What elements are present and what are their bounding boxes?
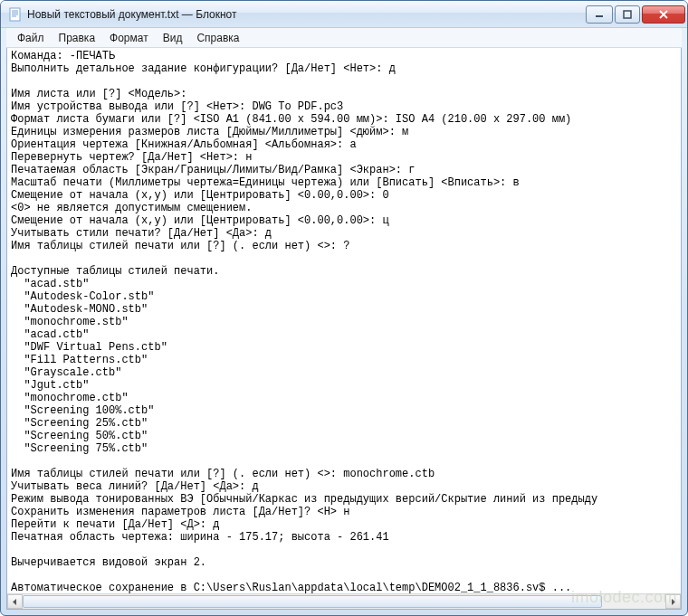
menu-file[interactable]: Файл	[10, 30, 52, 46]
window-controls	[584, 5, 685, 24]
notepad-window: Новый текстовый документ.txt — Блокнот Ф…	[0, 0, 688, 616]
scroll-left-button[interactable]	[7, 594, 23, 609]
menu-edit[interactable]: Правка	[52, 30, 103, 46]
maximize-button[interactable]	[615, 5, 640, 24]
content-frame: Команда: -ПЕЧАТЬ Выполнить детальное зад…	[6, 48, 682, 610]
minimize-button[interactable]	[586, 5, 613, 24]
window-title: Новый текстовый документ.txt — Блокнот	[27, 8, 584, 21]
scroll-right-button[interactable]	[665, 594, 681, 609]
scroll-h-thumb[interactable]	[23, 595, 602, 608]
titlebar[interactable]: Новый текстовый документ.txt — Блокнот	[1, 1, 687, 28]
app-icon	[8, 7, 23, 22]
menu-view[interactable]: Вид	[156, 30, 190, 46]
svg-rect-6	[624, 11, 631, 18]
svg-marker-9	[13, 599, 16, 605]
menubar: Файл Правка Формат Вид Справка	[6, 28, 682, 48]
menu-format[interactable]: Формат	[102, 30, 156, 46]
text-area[interactable]: Команда: -ПЕЧАТЬ Выполнить детальное зад…	[7, 48, 681, 593]
menu-help[interactable]: Справка	[189, 30, 246, 46]
scroll-h-track[interactable]	[23, 594, 665, 609]
close-button[interactable]	[642, 5, 685, 24]
horizontal-scrollbar[interactable]	[7, 593, 681, 609]
svg-marker-10	[672, 599, 675, 605]
